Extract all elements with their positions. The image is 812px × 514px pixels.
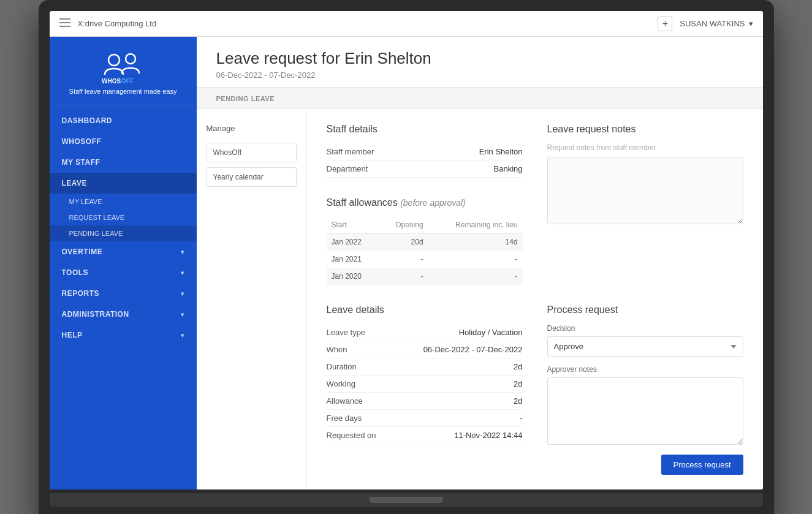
laptop-notch (370, 497, 443, 503)
sidebar-label-tools: TOOLS (62, 268, 89, 277)
page-title: Leave request for Erin Shelton (216, 49, 743, 68)
allowances-title: Staff allowances (before approval) (327, 197, 523, 208)
chevron-administration-icon: ▾ (181, 311, 184, 318)
top-row: Staff details Staff member Erin Shelton … (327, 124, 743, 285)
sidebar-logo: WHOS OFF Staff leave management made eas… (50, 37, 197, 105)
content-header: Leave request for Erin Shelton 06-Dec-20… (197, 37, 763, 88)
sidebar-sub-request-leave[interactable]: REQUEST LEAVE (50, 210, 197, 225)
row3-remaining: - (428, 268, 523, 285)
department-label: Department (327, 164, 368, 173)
yearly-calendar-link[interactable]: Yearly calendar (207, 167, 297, 187)
whosoff-link[interactable]: WhosOff (207, 143, 297, 162)
leave-notes-title: Leave request notes (547, 124, 743, 135)
manage-panel: Manage WhosOff Yearly calendar (197, 109, 307, 489)
table-row: Jan 2021 - - (327, 251, 523, 268)
decision-select[interactable]: Approve Decline Cancel (547, 336, 743, 357)
app-title: X:drive Computing Ltd (78, 19, 658, 28)
sidebar-sub-pending-leave[interactable]: PENDING LEAVE (50, 225, 197, 241)
chevron-reports-icon: ▾ (181, 290, 184, 297)
add-button[interactable]: + (658, 17, 672, 31)
manage-title: Manage (207, 124, 297, 133)
sidebar-label-overtime: OVERTIME (62, 248, 103, 256)
svg-rect-2 (59, 26, 70, 27)
sidebar-item-reports[interactable]: REPORTS ▾ (50, 283, 197, 304)
row2-opening: - (379, 251, 428, 268)
row3-start: Jan 2020 (327, 268, 379, 285)
bottom-row: Leave details Leave type Holiday / Vacat… (327, 304, 743, 475)
decision-label: Decision (547, 324, 743, 333)
left-col: Staff details Staff member Erin Shelton … (327, 124, 523, 285)
free-days-row: Free days - (327, 410, 523, 427)
department-value: Banking (494, 164, 523, 173)
allowances-section: Staff allowances (before approval) Start… (327, 197, 523, 285)
sidebar-label-leave: LEAVE (62, 179, 88, 187)
sidebar-item-overtime[interactable]: OVERTIME ▾ (50, 241, 197, 262)
row1-opening: 20d (379, 233, 428, 251)
staff-details-title: Staff details (327, 124, 523, 135)
content-area: Leave request for Erin Shelton 06-Dec-20… (197, 37, 763, 489)
approver-notes-label: Approver notes (547, 365, 743, 374)
row3-opening: - (379, 268, 428, 285)
requested-on-row: Requested on 11-Nov-2022 14:44 (327, 427, 523, 444)
sidebar-item-whosoff[interactable]: WHOSOFF (50, 131, 197, 152)
allowances-subtitle: (before approval) (400, 198, 466, 208)
approver-notes-textarea[interactable] (547, 377, 743, 445)
staff-member-label: Staff member (327, 147, 374, 156)
svg-text:OFF: OFF (121, 78, 134, 85)
notes-label: Request notes from staff member (547, 143, 743, 152)
sidebar-label-help: HELP (62, 331, 83, 339)
badge-bar: PENDING LEAVE (197, 88, 763, 109)
process-request-button[interactable]: Process request (661, 455, 743, 475)
chevron-down-icon: ▾ (749, 19, 753, 28)
sidebar-sub-my-leave[interactable]: MY LEAVE (50, 194, 197, 210)
chevron-overtime-icon: ▾ (181, 249, 184, 255)
content-body: Manage WhosOff Yearly calendar Staff det… (197, 109, 763, 489)
user-menu[interactable]: SUSAN WATKINS ▾ (680, 19, 753, 28)
col-remaining: Remaining inc. lieu (428, 217, 523, 233)
svg-rect-1 (59, 22, 70, 23)
staff-member-row: Staff member Erin Shelton (327, 143, 523, 161)
right-col: Leave request notes Request notes from s… (547, 124, 743, 285)
allowance-row: Allowance 2d (327, 393, 523, 410)
svg-point-4 (126, 54, 135, 64)
col-opening: Opening (379, 217, 428, 233)
sidebar-item-tools[interactable]: TOOLS ▾ (50, 262, 197, 283)
svg-text:WHOS: WHOS (102, 78, 121, 85)
row1-start: Jan 2022 (327, 233, 379, 251)
process-request-col: Process request Decision Approve Decline… (547, 304, 743, 475)
svg-rect-0 (59, 18, 70, 20)
leave-details-title: Leave details (327, 304, 523, 316)
chevron-tools-icon: ▾ (181, 270, 184, 276)
main-content: Staff details Staff member Erin Shelton … (307, 109, 763, 489)
user-label: SUSAN WATKINS (680, 19, 745, 28)
svg-point-3 (108, 55, 120, 66)
sidebar-item-my-staff[interactable]: MY STAFF (50, 152, 197, 173)
process-request-title: Process request (547, 304, 743, 316)
page-date-range: 06-Dec-2022 - 07-Dec-2022 (216, 70, 743, 80)
sidebar-label-dashboard: DASHBOARD (62, 116, 113, 125)
sidebar-item-dashboard[interactable]: DASHBOARD (50, 110, 197, 131)
sidebar-label-whosoff: WHOSOFF (62, 137, 102, 146)
sidebar-label-reports: REPORTS (62, 289, 100, 298)
logo-tagline: Staff leave management made easy (69, 88, 177, 95)
staff-member-value: Erin Shelton (479, 147, 523, 156)
department-row: Department Banking (327, 161, 523, 178)
when-row: When 06-Dec-2022 - 07-Dec-2022 (327, 341, 523, 358)
sidebar: WHOS OFF Staff leave management made eas… (50, 37, 197, 489)
row2-start: Jan 2021 (327, 251, 379, 268)
working-row: Working 2d (327, 376, 523, 393)
sidebar-item-leave[interactable]: LEAVE (50, 173, 197, 194)
leave-type-row: Leave type Holiday / Vacation (327, 324, 523, 341)
table-row: Jan 2020 - - (327, 268, 523, 285)
status-badge: PENDING LEAVE (216, 95, 275, 102)
col-start: Start (327, 217, 379, 233)
leave-details-col: Leave details Leave type Holiday / Vacat… (327, 304, 523, 475)
sidebar-label-administration: ADMINISTRATION (62, 310, 129, 319)
request-notes-textarea[interactable] (547, 157, 743, 224)
table-row: Jan 2022 20d 14d (327, 233, 523, 251)
duration-row: Duration 2d (327, 358, 523, 376)
allowances-table: Start Opening Remaining inc. lieu Jan 20 (327, 217, 523, 285)
sidebar-item-help[interactable]: HELP ▾ (50, 325, 197, 346)
menu-icon[interactable] (59, 17, 70, 30)
sidebar-item-administration[interactable]: ADMINISTRATION ▾ (50, 304, 197, 325)
